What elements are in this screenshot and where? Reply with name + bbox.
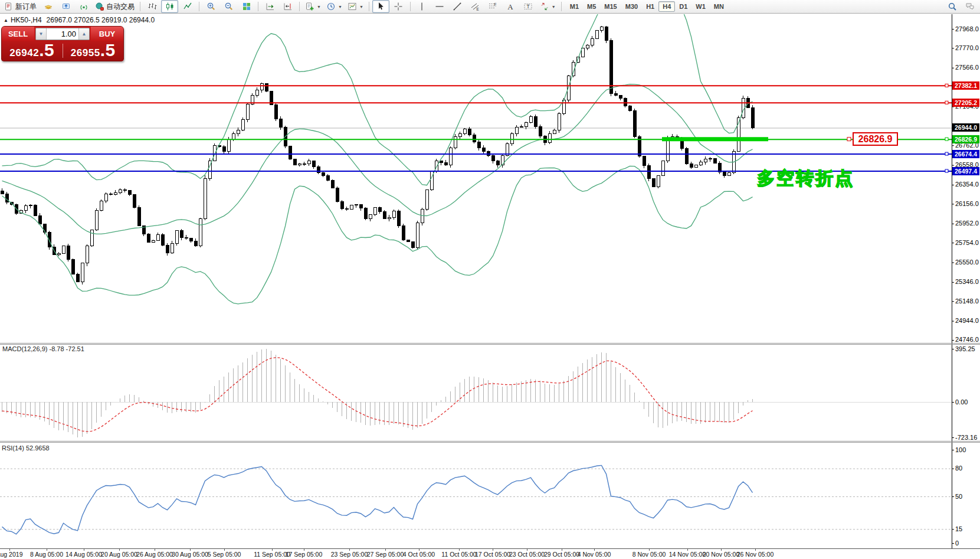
trendline-button[interactable] — [449, 0, 466, 13]
timeframe-d1-button[interactable]: D1 — [675, 1, 691, 12]
bar-chart-button[interactable] — [143, 0, 160, 13]
vertical-line-button[interactable] — [414, 0, 431, 13]
arrows-icon — [540, 2, 549, 11]
tile-windows-button[interactable] — [238, 0, 255, 13]
chat-icon — [965, 2, 975, 11]
line-chart-icon — [183, 2, 192, 11]
line-chart-button[interactable] — [179, 0, 196, 13]
main-chart-canvas[interactable] — [0, 0, 980, 559]
fibonacci-button[interactable]: F — [484, 0, 502, 13]
periods-button[interactable]: ▼ — [324, 0, 345, 13]
styles-button[interactable] — [40, 0, 57, 13]
text-button[interactable]: A — [502, 0, 519, 13]
vline-icon — [417, 2, 427, 11]
cursor-icon — [376, 2, 385, 11]
autotrade-label: 自动交易 — [106, 2, 135, 12]
auto-scroll-button[interactable] — [261, 0, 278, 13]
pivot-note-text[interactable]: 多空转折点 — [757, 166, 854, 191]
book-icon — [44, 2, 53, 11]
search-button[interactable] — [943, 0, 961, 13]
doc-plus-icon — [305, 2, 314, 11]
timeframe-m1-button[interactable]: M1 — [566, 1, 583, 12]
one-click-trade-panel: SELL ▼ ▲ BUY 26942.5 26955.5 — [1, 26, 124, 61]
zoom-out-button[interactable] — [220, 0, 237, 13]
volume-control: ▼ ▲ — [35, 28, 90, 40]
horizontal-line-button[interactable] — [431, 0, 448, 13]
upload-icon — [61, 2, 71, 11]
volume-input[interactable] — [47, 28, 78, 40]
candles-icon — [165, 2, 175, 11]
volume-decrease-button[interactable]: ▼ — [36, 28, 47, 40]
tile-windows-icon — [242, 2, 251, 11]
signals-button[interactable] — [75, 0, 92, 13]
timeframe-m15-button[interactable]: M15 — [600, 1, 621, 12]
trendline-icon — [453, 2, 462, 11]
crosshair-icon — [394, 2, 403, 11]
auto-scroll-icon — [266, 2, 275, 11]
new-chart-button[interactable]: ▼ — [303, 0, 323, 13]
arrows-button[interactable]: ▼ — [537, 0, 558, 13]
dropdown-caret-icon[interactable]: ▼ — [359, 5, 363, 9]
svg-text:F: F — [494, 2, 497, 6]
cursor-button[interactable] — [372, 0, 389, 13]
templates-button[interactable]: ▼ — [345, 0, 366, 13]
dropdown-caret-icon[interactable]: ▼ — [338, 5, 342, 9]
timeframe-group: M1M5M15M30H1H4D1W1MN — [566, 1, 728, 12]
timeframe-h4-button[interactable]: H4 — [658, 1, 675, 12]
crosshair-button[interactable] — [390, 0, 407, 13]
text-label-button[interactable]: T — [520, 0, 537, 13]
autotrade-icon — [95, 2, 104, 11]
hline-icon — [435, 2, 444, 11]
dropdown-caret-icon[interactable]: ▼ — [317, 5, 321, 9]
svg-text:T: T — [527, 4, 530, 9]
toolbar-separator — [369, 2, 369, 11]
buy-price[interactable]: 26955.5 — [63, 43, 124, 59]
price-level-callout[interactable]: 26826.9 — [853, 132, 898, 146]
candle-chart-button[interactable] — [161, 0, 178, 13]
toolbar-separator — [199, 2, 199, 11]
fibo-icon: F — [488, 2, 497, 11]
timeframe-w1-button[interactable]: W1 — [691, 1, 710, 12]
toolbar-separator — [410, 2, 411, 11]
label-icon: T — [523, 2, 533, 11]
svg-text:A: A — [508, 2, 514, 11]
buy-button[interactable]: BUY — [91, 27, 123, 41]
channel-icon: E — [470, 2, 480, 11]
sell-price[interactable]: 26942.5 — [2, 43, 63, 59]
zoom-out-icon — [224, 2, 234, 11]
template-icon — [348, 2, 357, 11]
chart-shift-button[interactable] — [279, 0, 296, 13]
new-order-icon — [4, 2, 14, 11]
chat-button[interactable] — [961, 0, 978, 13]
svg-text:E: E — [477, 7, 480, 11]
timeframe-m5-button[interactable]: M5 — [583, 1, 600, 12]
toolbar-separator — [299, 2, 300, 11]
bars-icon — [148, 2, 157, 11]
chart-shift-icon — [283, 2, 293, 11]
timeframe-h1-button[interactable]: H1 — [642, 1, 658, 12]
toolbar-separator — [258, 2, 258, 11]
publish-button[interactable] — [57, 0, 74, 13]
new-order-button[interactable]: 新订单 — [2, 0, 39, 13]
timeframe-m30-button[interactable]: M30 — [621, 1, 642, 12]
toolbar-separator — [561, 2, 562, 11]
signal-icon — [79, 2, 89, 11]
mt-trading-window: 新订单自动交易▼▼▼EFAT▼M1M5M15M30H1H4D1W1MN ▲HK5… — [0, 0, 980, 559]
toolbar: 新订单自动交易▼▼▼EFAT▼M1M5M15M30H1H4D1W1MN — [0, 0, 980, 14]
text-icon: A — [506, 2, 515, 11]
zoom-in-icon — [207, 2, 216, 11]
autotrade-button[interactable]: 自动交易 — [93, 0, 137, 13]
search-icon — [948, 2, 957, 11]
new-order-label: 新订单 — [15, 2, 37, 12]
toolbar-separator — [140, 2, 140, 11]
equidistant-channel-button[interactable]: E — [467, 0, 484, 13]
dropdown-caret-icon[interactable]: ▼ — [552, 5, 556, 9]
timeframe-mn-button[interactable]: MN — [710, 1, 728, 12]
clock-icon — [326, 2, 336, 11]
sell-button[interactable]: SELL — [2, 27, 34, 41]
volume-increase-button[interactable]: ▲ — [78, 28, 89, 40]
zoom-in-button[interactable] — [202, 0, 219, 13]
